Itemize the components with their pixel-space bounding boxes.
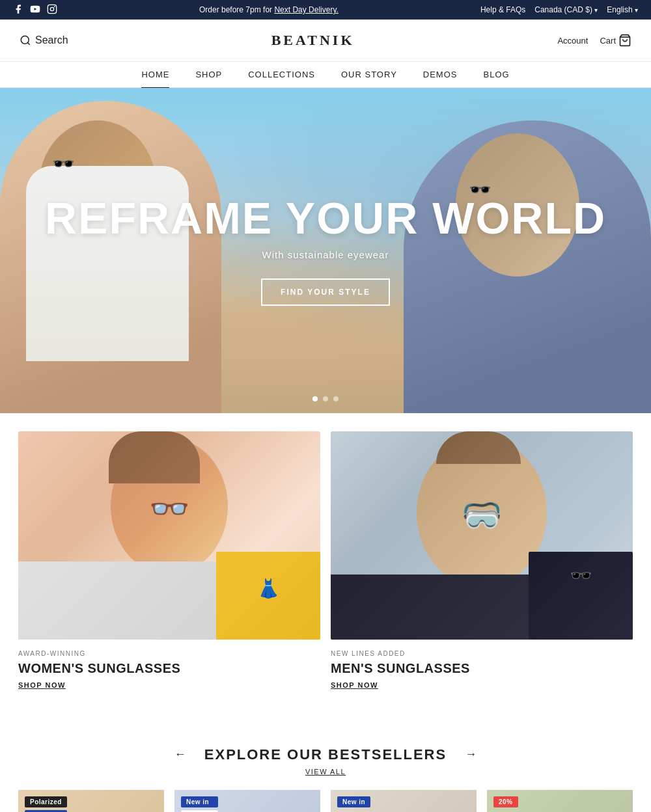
site-header: Search BEATNIK Account Cart (0, 20, 651, 62)
product-3-badges: New in (337, 796, 370, 807)
help-faqs-link[interactable]: Help & FAQs (480, 5, 525, 14)
top-bar-right: Help & FAQs Canada (CAD $) ▾ English ▾ (480, 5, 638, 14)
bestsellers-prev-button[interactable]: ← (169, 745, 191, 764)
svg-point-1 (50, 7, 53, 10)
search-button[interactable]: Search (20, 34, 68, 46)
bestsellers-header: ← EXPLORE OUR BESTSELLERS → (18, 745, 633, 764)
bestsellers-title: EXPLORE OUR BESTSELLERS (204, 746, 447, 763)
hero-section: 🕶️ 🕶️ REFRAME YOUR WORLD With sustainabl… (0, 88, 651, 413)
nav-item-shop[interactable]: SHOP (195, 70, 222, 79)
nav-item-home[interactable]: HOME (141, 70, 169, 79)
hero-content: REFRAME YOUR WORLD With sustainable eyew… (45, 196, 606, 306)
product-image-1: 🕶️ Polarized New in (18, 790, 164, 812)
product-card-1[interactable]: 🕶️ Polarized New in (18, 790, 164, 812)
product-card-3[interactable]: 🕶️ New in (331, 790, 477, 812)
product-image-2: 👓 New in 10% off (174, 790, 320, 812)
top-bar-social (13, 4, 57, 16)
women-category-badge: AWARD-WINNING (18, 650, 320, 657)
account-link[interactable]: Account (557, 36, 588, 46)
badge-new-in-3: New in (337, 796, 370, 807)
svg-point-2 (54, 7, 55, 7)
category-card-women[interactable]: 👓 👗 AWARD-WINNING WOMEN'S SUNGLASSES SHO… (18, 431, 320, 694)
hero-headline: REFRAME YOUR WORLD (45, 196, 606, 240)
top-bar: Order before 7pm for Next Day Delivery. … (0, 0, 651, 20)
language-selector[interactable]: English ▾ (607, 5, 638, 14)
bestsellers-section: ← EXPLORE OUR BESTSELLERS → VIEW ALL 🕶️ … (0, 712, 651, 812)
language-chevron-icon: ▾ (635, 7, 638, 14)
product-1-badges: Polarized New in (25, 796, 67, 812)
men-category-badge: NEW LINES ADDED (331, 650, 633, 657)
product-card-2[interactable]: 👓 New in 10% off (174, 790, 320, 812)
men-category-info: NEW LINES ADDED MEN'S SUNGLASSES SHOP NO… (331, 640, 633, 694)
hero-cta-button[interactable]: FIND YOUR STYLE (261, 278, 390, 306)
instagram-icon[interactable] (47, 4, 57, 16)
dot-3[interactable] (333, 396, 339, 401)
categories-section: 👓 👗 AWARD-WINNING WOMEN'S SUNGLASSES SHO… (0, 413, 651, 712)
search-icon (20, 34, 31, 46)
dot-2[interactable] (323, 396, 328, 401)
women-shop-now-link[interactable]: SHOP NOW (18, 681, 320, 689)
product-2-badges: New in 10% off (181, 796, 218, 812)
cart-button[interactable]: Cart (600, 34, 631, 47)
svg-point-3 (21, 36, 29, 44)
bestsellers-next-button[interactable]: → (460, 745, 482, 764)
nav-item-demos[interactable]: DEMOS (423, 70, 458, 79)
nav-item-our-story[interactable]: OUR STORY (341, 70, 397, 79)
svg-rect-0 (48, 5, 56, 13)
hero-subheading: With sustainable eyewear (45, 249, 606, 260)
view-all-link[interactable]: VIEW ALL (18, 768, 633, 776)
nav-item-collections[interactable]: COLLECTIONS (248, 70, 315, 79)
women-category-info: AWARD-WINNING WOMEN'S SUNGLASSES SHOP NO… (18, 640, 320, 694)
product-image-3: 🕶️ New in (331, 790, 477, 812)
main-nav: HOME SHOP COLLECTIONS OUR STORY DEMOS BL… (0, 62, 651, 88)
men-shop-now-link[interactable]: SHOP NOW (331, 681, 633, 689)
product-image-4: 👓 20% (487, 790, 633, 812)
badge-polarized: Polarized (25, 796, 67, 807)
region-chevron-icon: ▾ (594, 7, 598, 14)
next-day-delivery-link[interactable]: Next Day Delivery. (274, 5, 338, 14)
badge-sale-4: 20% (493, 796, 518, 807)
cart-icon (618, 34, 631, 47)
men-category-title: MEN'S SUNGLASSES (331, 661, 633, 676)
header-actions: Account Cart (557, 34, 631, 47)
category-card-men[interactable]: 🥽 🕶️ NEW LINES ADDED MEN'S SUNGLASSES SH… (331, 431, 633, 694)
youtube-icon[interactable] (30, 4, 40, 16)
hero-dots (312, 396, 339, 401)
facebook-icon[interactable] (13, 4, 23, 16)
women-category-title: WOMEN'S SUNGLASSES (18, 661, 320, 676)
product-4-badges: 20% (493, 796, 518, 807)
site-logo[interactable]: BEATNIK (271, 32, 355, 49)
products-row: 🕶️ Polarized New in 👓 New in 10% off 🕶️ (18, 790, 633, 812)
promo-banner: Order before 7pm for Next Day Delivery. (57, 5, 480, 14)
badge-new-in-2: New in (181, 796, 218, 807)
nav-item-blog[interactable]: BLOG (483, 70, 509, 79)
dot-1[interactable] (312, 396, 318, 401)
product-card-4[interactable]: 👓 20% (487, 790, 633, 812)
region-selector[interactable]: Canada (CAD $) ▾ (534, 5, 598, 14)
